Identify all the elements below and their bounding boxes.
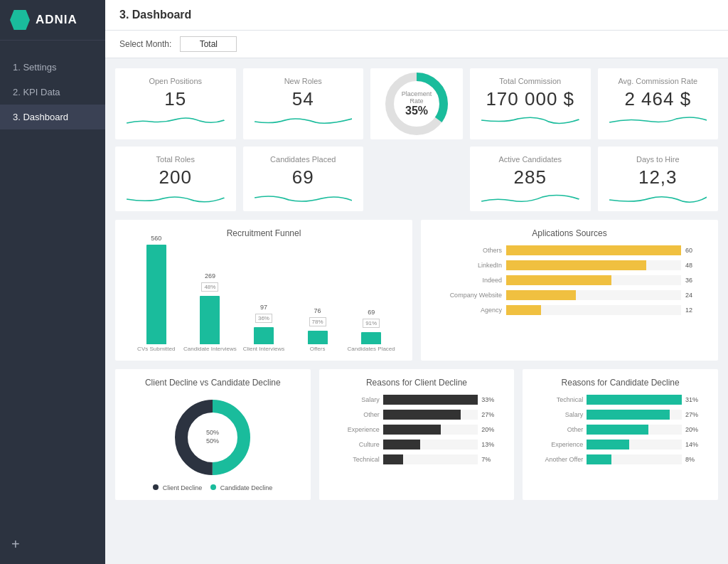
app-source-agency-bar	[506, 305, 541, 315]
add-button[interactable]: +	[0, 525, 105, 564]
candidate-decline-experience-bar	[587, 440, 629, 449]
client-decline-culture-bar-wrap	[383, 440, 478, 449]
svg-text:50%: 50%	[206, 437, 219, 445]
client-decline-salary-label: Salary	[333, 396, 380, 403]
funnel-bar-offers-bar	[308, 331, 328, 344]
app-source-indeed: Indeed 36	[438, 275, 701, 285]
candidate-decline-salary-bar-wrap	[587, 410, 682, 420]
kpi-new-roles-value: 54	[255, 88, 353, 110]
kpi-total-roles-label: Total Roles	[127, 155, 225, 164]
client-decline-experience-label: Experience	[333, 426, 380, 433]
funnel-interviews-pct: 48%	[201, 282, 218, 292]
funnel-placed-label: Candidates Placed	[348, 346, 395, 352]
placement-rate-label: Placement Rate 35%	[399, 90, 434, 117]
kpi-row-2: Total Roles 200 Candidates Placed 69	[115, 147, 718, 211]
funnel-bar-client-bar	[254, 327, 274, 344]
candidate-decline-technical-label: Technical	[537, 396, 583, 403]
app-source-others-bar	[506, 245, 681, 255]
funnel-bar-cvs-bar	[146, 245, 166, 344]
funnel-cvs-val: 560	[151, 235, 161, 242]
month-selector[interactable]: Total	[180, 36, 237, 52]
client-decline-experience: Experience 20%	[333, 425, 500, 435]
kpi-avg-commission-label: Avg. Commission Rate	[609, 77, 707, 85]
sidebar-item-settings[interactable]: 1. Settings	[0, 55, 105, 80]
app-source-agency-label: Agency	[438, 307, 502, 314]
funnel-client-pct: 36%	[255, 314, 272, 323]
app-source-agency-val: 12	[685, 307, 701, 314]
kpi-total-roles: Total Roles 200	[115, 147, 236, 211]
funnel-bar-interviews-bar	[200, 296, 220, 344]
app-source-company-bar	[506, 290, 576, 300]
client-decline-culture-val: 13%	[481, 441, 500, 448]
funnel-client-label: Client Interviews	[243, 346, 285, 352]
bottom-row: Client Decline vs Candidate Decline 50% …	[115, 369, 718, 500]
filter-bar: Select Month: Total	[105, 31, 728, 58]
kpi-candidates-placed-sparkline	[255, 191, 353, 206]
app-source-company-label: Company Website	[438, 292, 502, 299]
funnel-bar-interviews: 269 48% Candidate Interviews	[183, 272, 237, 352]
kpi-days-to-hire-label: Days to Hire	[609, 155, 707, 164]
candidate-decline-other-bar	[587, 425, 648, 435]
funnel-placed-pct: 91%	[363, 319, 380, 328]
sidebar-logo: ADNIA	[0, 0, 105, 41]
logo-text: ADNIA	[36, 13, 77, 27]
candidate-decline-experience-val: 14%	[685, 441, 704, 448]
candidate-decline-salary-bar	[587, 410, 669, 420]
legend-client: Client Decline	[153, 484, 202, 491]
legend-candidate: Candidate Decline	[210, 484, 272, 491]
candidate-decline-title: Reasons for Candidate Decline	[534, 378, 707, 388]
sidebar-item-dashboard[interactable]: 3. Dashboard	[0, 105, 105, 129]
kpi-total-commission-sparkline	[481, 113, 579, 127]
kpi-candidates-placed-value: 69	[255, 166, 353, 188]
client-decline-salary-bar	[383, 395, 478, 405]
sidebar-item-kpi[interactable]: 2. KPI Data	[0, 80, 105, 105]
app-source-linkedin-val: 48	[685, 262, 701, 269]
client-decline-technical-bar-wrap	[383, 454, 478, 464]
kpi-open-positions-value: 15	[127, 88, 225, 110]
app-source-others-bar-wrap	[506, 245, 681, 255]
client-decline-other-val: 27%	[481, 411, 500, 418]
funnel-placed-val: 69	[368, 309, 375, 316]
client-vs-candidate-title: Client Decline vs Candidate Decline	[127, 378, 299, 388]
candidate-decline-salary-label: Salary	[537, 411, 583, 418]
candidate-decline-another-offer-bar	[587, 454, 611, 464]
candidate-decline-dot	[210, 484, 216, 490]
app-source-linkedin-bar-wrap	[506, 260, 681, 270]
client-decline-title: Reasons for Client Decline	[331, 378, 503, 388]
client-decline-experience-bar-wrap	[383, 425, 478, 435]
kpi-open-positions-sparkline	[127, 113, 225, 127]
funnel-chart: 560 CVs Submitted 269 48% Candidate Inte…	[127, 245, 401, 352]
kpi-new-roles: New Roles 54	[243, 68, 364, 139]
funnel-offers-val: 76	[314, 307, 321, 314]
candidate-decline-salary: Salary 27%	[537, 410, 704, 420]
candidate-decline-other-bar-wrap	[587, 425, 682, 435]
app-source-company-bar-wrap	[506, 290, 681, 300]
funnel-bar-placed: 69 91% Candidates Placed	[344, 309, 398, 352]
candidate-decline-salary-val: 27%	[685, 411, 704, 418]
client-decline-dot	[153, 484, 159, 490]
placement-donut: Placement Rate 35%	[381, 68, 452, 139]
kpi-active-candidates-label: Active Candidates	[481, 155, 579, 164]
kpi-total-commission-value: 170 000 $	[481, 88, 579, 110]
client-decline-experience-bar	[383, 425, 441, 435]
kpi-open-positions-label: Open Positions	[127, 77, 225, 85]
svg-text:50%: 50%	[206, 429, 219, 436]
app-source-others-val: 60	[685, 247, 701, 254]
app-source-others: Others 60	[438, 245, 701, 255]
candidate-decline-other-label: Other	[537, 426, 583, 433]
app-sources-chart: Others 60 LinkedIn 48 In	[432, 245, 707, 315]
kpi-total-roles-sparkline	[127, 191, 225, 206]
candidate-decline-other: Other 20%	[537, 425, 704, 435]
kpi-total-roles-value: 200	[127, 166, 225, 188]
client-decline-other: Other 27%	[333, 410, 500, 420]
candidate-decline-technical-bar-wrap	[587, 395, 682, 405]
client-decline-technical-val: 7%	[481, 456, 500, 463]
page-header: 3. Dashboard	[105, 0, 728, 31]
app-source-indeed-val: 36	[685, 277, 701, 284]
app-sources-card: Aplications Sources Others 60 LinkedIn	[421, 220, 718, 361]
placement-rate-sublabel: Placement Rate	[399, 90, 434, 105]
kpi-days-to-hire: Days to Hire 12,3	[598, 147, 719, 211]
kpi-active-candidates-sparkline	[481, 191, 579, 206]
funnel-client-val: 97	[260, 304, 267, 311]
candidate-decline-technical-val: 31%	[685, 396, 704, 403]
